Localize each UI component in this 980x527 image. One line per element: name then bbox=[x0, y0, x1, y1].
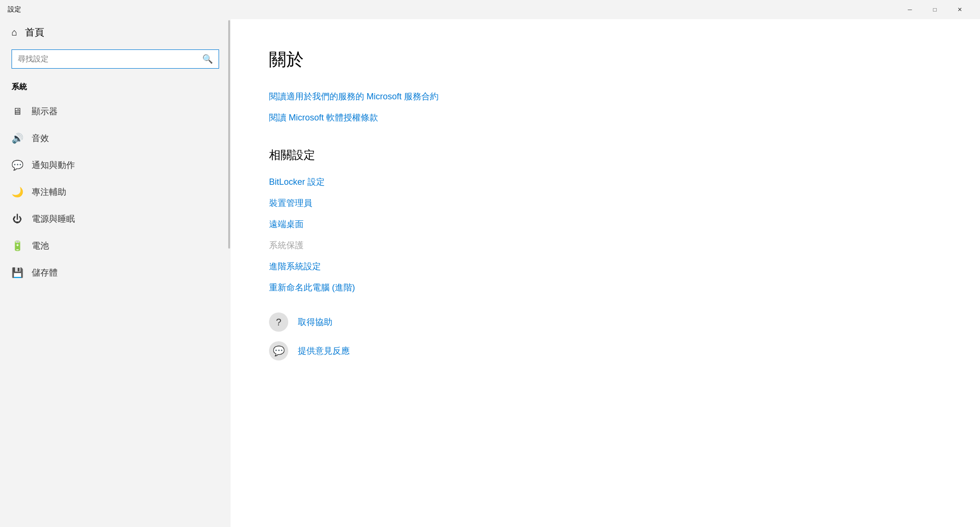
ms-service-link[interactable]: 閱讀適用於我們的服務的 Microsoft 服務合約 bbox=[269, 91, 942, 102]
search-input[interactable] bbox=[18, 55, 198, 63]
page-title: 關於 bbox=[269, 48, 942, 72]
sidebar-item-power-label: 電源與睡眠 bbox=[32, 213, 75, 225]
display-icon: 🖥 bbox=[12, 106, 23, 117]
feedback-link[interactable]: 提供意見反應 bbox=[298, 345, 350, 357]
sidebar-item-display-label: 顯示器 bbox=[32, 106, 58, 117]
remote-desktop-link[interactable]: 遠端桌面 bbox=[269, 218, 942, 230]
divider bbox=[269, 133, 942, 147]
sidebar-item-sound-label: 音效 bbox=[32, 132, 49, 144]
ms-license-link[interactable]: 閱讀 Microsoft 軟體授權條款 bbox=[269, 112, 942, 123]
sidebar-item-focus-label: 專注輔助 bbox=[32, 186, 66, 198]
get-help-item[interactable]: ? 取得協助 bbox=[269, 312, 942, 332]
sidebar-item-battery[interactable]: 🔋 電池 bbox=[0, 232, 231, 259]
sidebar-item-storage[interactable]: 💾 儲存體 bbox=[0, 259, 231, 286]
help-section: ? 取得協助 💬 提供意見反應 bbox=[269, 312, 942, 360]
search-icon: 🔍 bbox=[202, 54, 213, 64]
sidebar-item-storage-label: 儲存體 bbox=[32, 267, 58, 278]
system-protection-text: 系統保護 bbox=[269, 240, 942, 251]
feedback-icon: 💬 bbox=[269, 341, 288, 360]
close-button[interactable]: ✕ bbox=[947, 2, 972, 17]
device-manager-link[interactable]: 裝置管理員 bbox=[269, 197, 942, 209]
section-label: 系統 bbox=[0, 78, 231, 98]
sidebar-item-home[interactable]: ⌂ 首頁 bbox=[0, 19, 231, 46]
bitlocker-link[interactable]: BitLocker 設定 bbox=[269, 176, 942, 188]
battery-icon: 🔋 bbox=[12, 240, 23, 252]
minimize-button[interactable]: ─ bbox=[897, 2, 922, 17]
focus-icon: 🌙 bbox=[12, 186, 23, 198]
sidebar-item-notifications-label: 通知與動作 bbox=[32, 159, 75, 171]
rename-pc-link[interactable]: 重新命名此電腦 (進階) bbox=[269, 282, 942, 293]
sidebar-item-focus[interactable]: 🌙 專注輔助 bbox=[0, 179, 231, 205]
sound-icon: 🔊 bbox=[12, 132, 23, 144]
get-help-link[interactable]: 取得協助 bbox=[298, 316, 332, 328]
sidebar-item-sound[interactable]: 🔊 音效 bbox=[0, 125, 231, 152]
sidebar-item-notifications[interactable]: 💬 通知與動作 bbox=[0, 152, 231, 179]
sidebar-item-display[interactable]: 🖥 顯示器 bbox=[0, 98, 231, 125]
window-controls: ─ □ ✕ bbox=[897, 2, 972, 17]
sidebar-item-battery-label: 電池 bbox=[32, 240, 49, 252]
storage-icon: 💾 bbox=[12, 267, 23, 278]
sidebar: ⌂ 首頁 🔍 系統 🖥 顯示器 🔊 音效 💬 通知與動作 🌙 專注輔助 ⏻ 電源… bbox=[0, 19, 231, 527]
sidebar-scrollbar-track[interactable] bbox=[228, 19, 231, 527]
sidebar-scrollbar-thumb bbox=[228, 20, 230, 249]
get-help-icon: ? bbox=[269, 312, 288, 332]
title-bar: 設定 ─ □ ✕ bbox=[0, 0, 980, 19]
sidebar-home-label: 首頁 bbox=[25, 26, 44, 39]
feedback-item[interactable]: 💬 提供意見反應 bbox=[269, 341, 942, 360]
search-box: 🔍 bbox=[12, 49, 219, 69]
sidebar-item-power[interactable]: ⏻ 電源與睡眠 bbox=[0, 205, 231, 232]
notifications-icon: 💬 bbox=[12, 159, 23, 171]
content-area: 關於 閱讀適用於我們的服務的 Microsoft 服務合約 閱讀 Microso… bbox=[231, 19, 980, 527]
power-icon: ⏻ bbox=[12, 214, 23, 225]
home-icon: ⌂ bbox=[12, 27, 17, 38]
app-title: 設定 bbox=[8, 5, 21, 14]
app-container: ⌂ 首頁 🔍 系統 🖥 顯示器 🔊 音效 💬 通知與動作 🌙 專注輔助 ⏻ 電源… bbox=[0, 19, 980, 527]
advanced-settings-link[interactable]: 進階系統設定 bbox=[269, 261, 942, 272]
related-section-heading: 相關設定 bbox=[269, 147, 942, 163]
maximize-button[interactable]: □ bbox=[922, 2, 947, 17]
